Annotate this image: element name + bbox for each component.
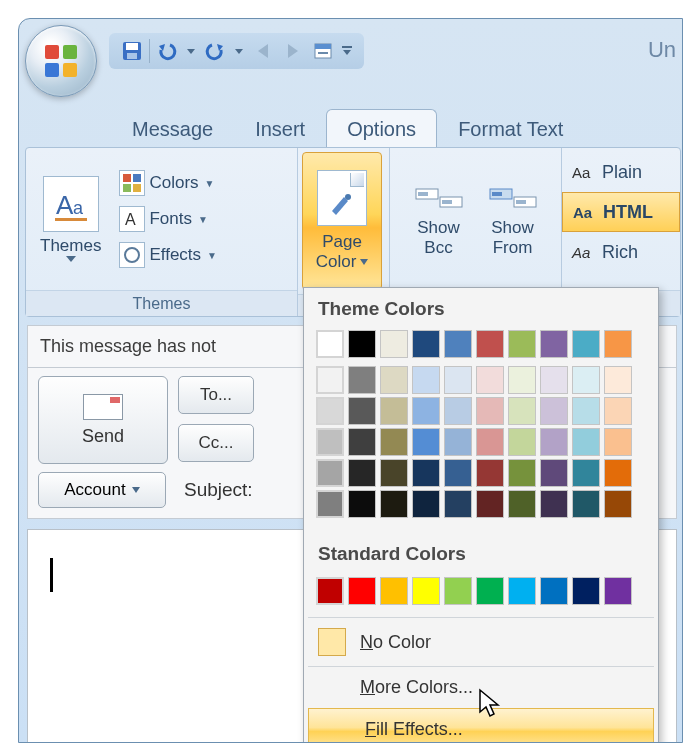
undo-dropdown-arrow[interactable] — [184, 38, 198, 64]
color-swatch[interactable] — [316, 428, 344, 456]
no-color-item[interactable]: No Color — [304, 618, 658, 666]
color-swatch[interactable] — [412, 577, 440, 605]
color-swatch[interactable] — [508, 366, 536, 394]
color-swatch[interactable] — [444, 397, 472, 425]
color-swatch[interactable] — [604, 459, 632, 487]
html-button[interactable]: Aa HTML — [562, 192, 680, 232]
color-swatch[interactable] — [476, 459, 504, 487]
tab-options[interactable]: Options — [326, 109, 437, 147]
color-swatch[interactable] — [412, 366, 440, 394]
color-swatch[interactable] — [540, 490, 568, 518]
color-swatch[interactable] — [444, 330, 472, 358]
color-swatch[interactable] — [444, 366, 472, 394]
redo-dropdown-arrow[interactable] — [232, 38, 246, 64]
color-swatch[interactable] — [604, 490, 632, 518]
account-button[interactable]: Account — [38, 472, 166, 508]
color-swatch[interactable] — [316, 577, 344, 605]
color-swatch[interactable] — [508, 490, 536, 518]
color-swatch[interactable] — [540, 459, 568, 487]
color-swatch[interactable] — [316, 490, 344, 518]
color-swatch[interactable] — [572, 490, 600, 518]
qat-customize-arrow[interactable] — [340, 38, 354, 64]
color-swatch[interactable] — [380, 397, 408, 425]
color-swatch[interactable] — [540, 577, 568, 605]
color-swatch[interactable] — [348, 428, 376, 456]
color-swatch[interactable] — [476, 428, 504, 456]
fonts-icon: A — [119, 206, 145, 232]
color-swatch[interactable] — [572, 366, 600, 394]
color-swatch[interactable] — [412, 330, 440, 358]
color-swatch[interactable] — [508, 397, 536, 425]
color-swatch[interactable] — [572, 330, 600, 358]
color-swatch[interactable] — [348, 397, 376, 425]
color-swatch[interactable] — [604, 577, 632, 605]
color-swatch[interactable] — [316, 330, 344, 358]
color-swatch[interactable] — [572, 577, 600, 605]
color-swatch[interactable] — [476, 330, 504, 358]
redo-icon[interactable] — [202, 38, 228, 64]
colors-button[interactable]: Colors▼ — [115, 168, 221, 198]
color-swatch[interactable] — [604, 366, 632, 394]
color-swatch[interactable] — [604, 397, 632, 425]
color-swatch[interactable] — [412, 397, 440, 425]
next-icon[interactable] — [280, 38, 306, 64]
show-bcc-button[interactable]: Show Bcc — [404, 180, 474, 258]
color-swatch[interactable] — [572, 428, 600, 456]
color-swatch[interactable] — [444, 428, 472, 456]
color-swatch[interactable] — [508, 459, 536, 487]
color-swatch[interactable] — [540, 428, 568, 456]
color-swatch[interactable] — [572, 397, 600, 425]
color-swatch[interactable] — [316, 459, 344, 487]
tab-format-text[interactable]: Format Text — [437, 109, 584, 147]
color-swatch[interactable] — [348, 577, 376, 605]
previous-icon[interactable] — [250, 38, 276, 64]
color-swatch[interactable] — [476, 490, 504, 518]
color-swatch[interactable] — [508, 577, 536, 605]
color-swatch[interactable] — [348, 459, 376, 487]
undo-icon[interactable] — [154, 38, 180, 64]
document-icon[interactable] — [310, 38, 336, 64]
color-swatch[interactable] — [572, 459, 600, 487]
color-swatch[interactable] — [348, 490, 376, 518]
color-swatch[interactable] — [380, 459, 408, 487]
plain-text-button[interactable]: Aa Plain — [562, 152, 680, 192]
color-swatch[interactable] — [604, 330, 632, 358]
themes-button[interactable]: Aa Themes — [34, 172, 107, 266]
color-swatch[interactable] — [540, 397, 568, 425]
color-swatch[interactable] — [508, 428, 536, 456]
color-swatch[interactable] — [540, 330, 568, 358]
color-swatch[interactable] — [476, 397, 504, 425]
color-swatch[interactable] — [316, 397, 344, 425]
color-swatch[interactable] — [348, 366, 376, 394]
color-swatch[interactable] — [316, 366, 344, 394]
to-button[interactable]: To... — [178, 376, 254, 414]
cc-button[interactable]: Cc... — [178, 424, 254, 462]
color-swatch[interactable] — [476, 577, 504, 605]
color-swatch[interactable] — [380, 428, 408, 456]
tab-message[interactable]: Message — [111, 109, 234, 147]
rich-text-button[interactable]: Aa Rich — [562, 232, 680, 272]
office-button[interactable] — [25, 25, 97, 97]
color-swatch[interactable] — [444, 490, 472, 518]
color-swatch[interactable] — [412, 428, 440, 456]
color-swatch[interactable] — [380, 366, 408, 394]
color-swatch[interactable] — [412, 490, 440, 518]
color-swatch[interactable] — [540, 366, 568, 394]
color-swatch[interactable] — [380, 330, 408, 358]
color-swatch[interactable] — [508, 330, 536, 358]
color-swatch[interactable] — [348, 330, 376, 358]
fonts-button[interactable]: A Fonts▼ — [115, 204, 221, 234]
show-from-button[interactable]: Show From — [478, 180, 548, 258]
color-swatch[interactable] — [604, 428, 632, 456]
tab-insert[interactable]: Insert — [234, 109, 326, 147]
effects-button[interactable]: Effects▼ — [115, 240, 221, 270]
page-color-button[interactable]: Page Color — [302, 152, 382, 290]
save-icon[interactable] — [119, 38, 145, 64]
color-swatch[interactable] — [476, 366, 504, 394]
color-swatch[interactable] — [444, 577, 472, 605]
color-swatch[interactable] — [380, 490, 408, 518]
color-swatch[interactable] — [380, 577, 408, 605]
color-swatch[interactable] — [444, 459, 472, 487]
color-swatch[interactable] — [412, 459, 440, 487]
send-button[interactable]: Send — [38, 376, 168, 464]
